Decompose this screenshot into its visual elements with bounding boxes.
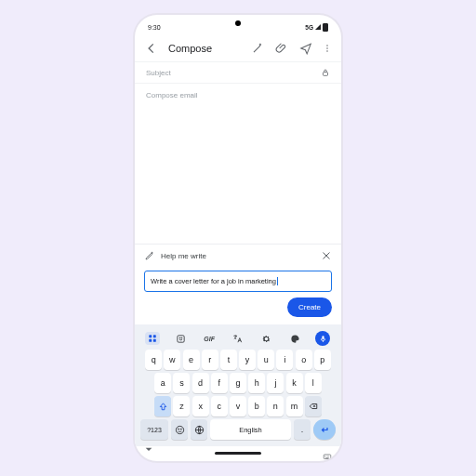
svg-rect-3 xyxy=(324,73,328,76)
svg-rect-5 xyxy=(153,335,156,337)
symbols-key[interactable]: ?123 xyxy=(140,419,168,440)
svg-point-1 xyxy=(326,47,328,49)
keyboard-switch-icon[interactable] xyxy=(323,448,332,457)
key-c[interactable]: c xyxy=(211,396,228,416)
key-s[interactable]: s xyxy=(173,373,190,393)
key-b[interactable]: b xyxy=(248,396,265,416)
key-a[interactable]: a xyxy=(154,373,171,393)
key-q[interactable]: q xyxy=(145,350,162,370)
svg-rect-8 xyxy=(178,335,184,341)
keyboard-row-4: ?123 English . xyxy=(138,419,338,440)
key-r[interactable]: r xyxy=(202,350,218,370)
gesture-handle[interactable] xyxy=(215,452,261,455)
create-button[interactable]: Create xyxy=(287,298,332,317)
prompt-text: Write a cover letter for a job in market… xyxy=(151,277,276,285)
key-e[interactable]: e xyxy=(183,350,200,370)
key-m[interactable]: m xyxy=(286,396,303,416)
key-w[interactable]: w xyxy=(164,350,180,370)
network-label: 5G xyxy=(305,24,313,31)
pencil-sparkle-icon xyxy=(144,250,155,261)
nav-hide-keyboard-icon[interactable] xyxy=(144,448,153,457)
svg-point-13 xyxy=(180,429,181,430)
lock-icon xyxy=(321,68,330,77)
svg-rect-6 xyxy=(150,339,152,342)
svg-point-9 xyxy=(179,337,180,338)
svg-point-10 xyxy=(181,337,182,338)
body-placeholder: Compose email xyxy=(146,91,198,99)
keyboard: GIF qwertyuiop asdfghjkl zxcvbnm xyxy=(135,324,341,446)
subject-placeholder: Subject xyxy=(146,69,171,77)
help-me-write-title: Help me write xyxy=(161,252,206,260)
battery-icon xyxy=(323,23,328,32)
period-key[interactable]: . xyxy=(294,419,311,440)
key-i[interactable]: i xyxy=(276,350,293,370)
emoji-key[interactable] xyxy=(171,419,188,440)
spacebar-key[interactable]: English xyxy=(210,419,291,440)
svg-point-11 xyxy=(176,426,183,433)
key-u[interactable]: u xyxy=(258,350,274,370)
close-icon[interactable] xyxy=(321,250,332,261)
translate-icon[interactable] xyxy=(230,332,246,345)
assistant-chip-icon[interactable] xyxy=(145,332,160,345)
key-d[interactable]: d xyxy=(192,373,209,393)
key-t[interactable]: t xyxy=(220,350,237,370)
nav-bar xyxy=(135,446,341,461)
keyboard-row-2: asdfghjkl xyxy=(138,373,338,393)
text-cursor xyxy=(277,277,278,285)
key-x[interactable]: x xyxy=(192,396,209,416)
page-title: Compose xyxy=(168,43,241,54)
mic-icon[interactable] xyxy=(315,331,330,346)
prompt-input[interactable]: Write a cover letter for a job in market… xyxy=(144,271,332,292)
key-z[interactable]: z xyxy=(173,396,190,416)
shift-key[interactable] xyxy=(154,396,171,416)
key-f[interactable]: f xyxy=(211,373,228,393)
key-h[interactable]: h xyxy=(248,373,265,393)
key-o[interactable]: o xyxy=(296,350,312,370)
key-p[interactable]: p xyxy=(314,350,331,370)
clock: 9:30 xyxy=(148,24,161,31)
svg-point-0 xyxy=(326,45,328,46)
attachment-icon[interactable] xyxy=(274,41,289,56)
keyboard-row-1: qwertyuiop xyxy=(138,350,338,370)
signal-icon xyxy=(315,24,321,30)
backspace-key[interactable] xyxy=(305,396,322,416)
keyboard-row-3: zxcvbnm xyxy=(138,396,338,416)
magic-wand-icon[interactable] xyxy=(250,41,265,56)
email-body[interactable]: Compose email xyxy=(135,84,341,244)
enter-key[interactable] xyxy=(313,419,336,440)
sticker-icon[interactable] xyxy=(172,332,189,345)
back-icon[interactable] xyxy=(144,41,159,56)
palette-icon[interactable] xyxy=(287,332,304,345)
settings-icon[interactable] xyxy=(258,332,275,345)
key-j[interactable]: j xyxy=(267,373,284,393)
svg-rect-4 xyxy=(150,335,152,337)
globe-key[interactable] xyxy=(191,419,207,440)
gif-button[interactable]: GIF xyxy=(201,332,218,345)
key-k[interactable]: k xyxy=(286,373,303,393)
key-l[interactable]: l xyxy=(305,373,322,393)
phone-frame: 9:30 5G Compose Subject C xyxy=(135,15,341,461)
app-bar: Compose xyxy=(135,35,341,61)
svg-rect-7 xyxy=(153,339,156,342)
key-y[interactable]: y xyxy=(239,350,256,370)
key-n[interactable]: n xyxy=(267,396,284,416)
camera-hole xyxy=(235,20,241,26)
more-icon[interactable] xyxy=(323,41,332,56)
svg-point-2 xyxy=(326,50,328,52)
help-me-write-panel: Help me write Write a cover letter for a… xyxy=(135,244,341,324)
svg-point-12 xyxy=(178,429,178,430)
key-v[interactable]: v xyxy=(230,396,246,416)
key-g[interactable]: g xyxy=(230,373,246,393)
keyboard-toolbar: GIF xyxy=(138,328,338,350)
send-icon[interactable] xyxy=(298,41,313,56)
subject-row[interactable]: Subject xyxy=(135,61,341,84)
